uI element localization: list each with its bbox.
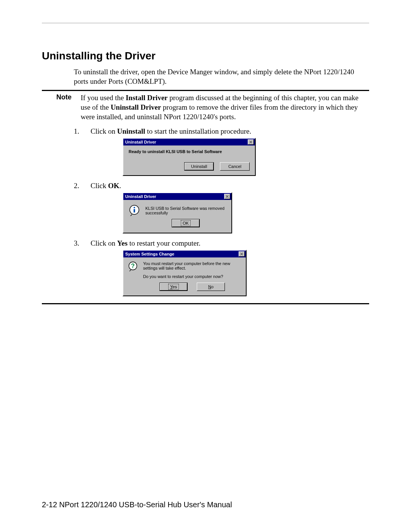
close-icon[interactable]	[239, 251, 245, 257]
uninstall-driver-dialog: Uninstall Driver Ready to uninstall KLSI…	[123, 138, 256, 176]
svg-point-1	[134, 207, 135, 208]
dialog-3-line1: You must restart your computer before th…	[143, 261, 241, 270]
step-2-pre: Click	[91, 182, 108, 190]
dialog-2-message: KLSI USB to Serial Software was removed …	[145, 204, 226, 215]
close-icon[interactable]	[248, 139, 254, 145]
question-icon: ?	[128, 261, 139, 272]
no-button[interactable]: No	[197, 283, 225, 291]
step-1-text: Click on Uninstall to start the uninstal…	[91, 127, 369, 136]
system-settings-change-dialog: System Settings Change ? You must restar…	[123, 250, 247, 296]
dialog-1-title: Uninstall Driver	[124, 140, 156, 144]
step-3-bold: Yes	[117, 239, 127, 247]
intro-paragraph: To uninstall the driver, open the Device…	[74, 67, 369, 86]
yes-button[interactable]: Yes	[159, 283, 188, 291]
uninstall-button[interactable]: Uninstall	[184, 162, 214, 171]
uninstall-success-dialog: Uninstall Driver KLSI USB to Serial Soft…	[123, 192, 232, 233]
step-1-bold: Uninstall	[117, 127, 145, 135]
step-2-bold: OK	[108, 182, 119, 190]
info-icon	[129, 204, 141, 217]
step-3-pre: Click on	[91, 239, 117, 247]
dialog-3-titlebar: System Settings Change	[123, 251, 246, 257]
step-1-pre: Click on	[91, 127, 117, 135]
step-1-post: to start the uninstallation procedure.	[145, 127, 252, 135]
dialog-2-titlebar: Uninstall Driver	[123, 193, 231, 200]
step-2-number: 2.	[74, 181, 91, 191]
note-block: Note If you used the Install Driver prog…	[42, 93, 369, 121]
dialog-3-line2: Do you want to restart your computer now…	[143, 274, 241, 279]
cancel-button[interactable]: Cancel	[220, 162, 250, 171]
no-button-label: No	[208, 284, 213, 289]
step-3-number: 3.	[74, 239, 91, 248]
step-2: 2. Click OK.	[74, 181, 369, 191]
note-bold-1: Install Driver	[126, 94, 167, 102]
dialog-2-title: Uninstall Driver	[124, 194, 156, 199]
step-2-post: .	[119, 182, 121, 190]
note-label: Note	[42, 93, 74, 121]
cancel-button-label: Cancel	[228, 164, 241, 169]
divider-bottom	[42, 303, 369, 304]
dialog-1-message: Ready to uninstall KLSI USB to Serial So…	[129, 149, 250, 154]
step-list: 1. Click on Uninstall to start the unins…	[74, 127, 369, 296]
uninstall-button-label: Uninstall	[191, 164, 207, 169]
svg-text:?: ?	[131, 262, 135, 269]
svg-rect-2	[134, 209, 135, 212]
yes-button-label: Yes	[168, 284, 179, 290]
ok-button[interactable]: OK	[172, 219, 200, 227]
dialog-2-wrap: Uninstall Driver KLSI USB to Serial Soft…	[123, 192, 369, 233]
dialog-1-body: Ready to uninstall KLSI USB to Serial So…	[123, 145, 255, 175]
note-text-1: If you used the	[81, 94, 126, 102]
dialog-3-title: System Settings Change	[124, 252, 174, 256]
step-3-post: to restart your computer.	[127, 239, 201, 247]
dialog-2-body: KLSI USB to Serial Software was removed …	[123, 200, 231, 233]
page-footer: 2-12 NPort 1220/1240 USB-to-Serial Hub U…	[42, 500, 232, 509]
divider-top	[42, 90, 369, 91]
dialog-3-wrap: System Settings Change ? You must restar…	[123, 250, 369, 296]
page-top-rule	[42, 23, 369, 23]
step-2-text: Click OK.	[91, 181, 369, 191]
step-1-number: 1.	[74, 127, 91, 136]
step-1: 1. Click on Uninstall to start the unins…	[74, 127, 369, 136]
dialog-1-wrap: Uninstall Driver Ready to uninstall KLSI…	[123, 138, 369, 176]
close-icon[interactable]	[224, 194, 230, 199]
step-3: 3. Click on Yes to restart your computer…	[74, 239, 369, 248]
note-body: If you used the Install Driver program d…	[81, 93, 369, 121]
note-bold-2: Uninstall Driver	[111, 103, 161, 111]
section-heading: Uninstalling the Driver	[42, 50, 369, 62]
ok-button-label: OK	[181, 220, 191, 226]
dialog-1-titlebar: Uninstall Driver	[123, 139, 255, 145]
dialog-3-body: ? You must restart your computer before …	[123, 257, 246, 296]
step-3-text: Click on Yes to restart your computer.	[91, 239, 369, 248]
